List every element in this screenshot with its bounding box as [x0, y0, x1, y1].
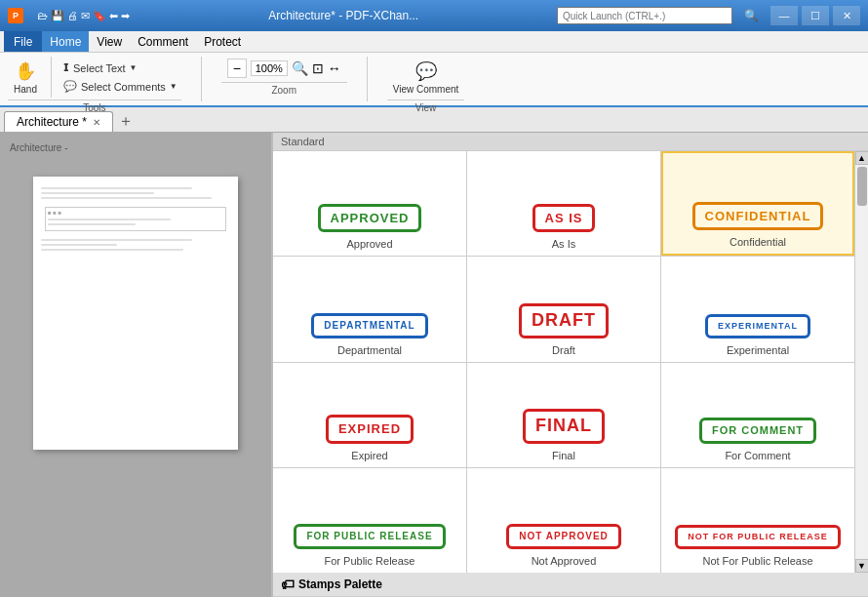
title-bar: P 🗁 💾 🖨 ✉ 🔖 ⬅ ➡ Architecture* - PDF-XCha… — [0, 0, 868, 31]
stamp-expired[interactable]: EXPIRED Expired — [273, 363, 466, 467]
scroll-thumb[interactable] — [857, 167, 867, 206]
menu-home[interactable]: Home — [42, 31, 89, 52]
stamp-for-comment[interactable]: FOR COMMENT For Comment — [661, 363, 854, 467]
ribbon-divider-2 — [201, 57, 202, 101]
minimize-button[interactable]: — — [770, 6, 798, 25]
scroll-up-button[interactable]: ▲ — [855, 151, 869, 165]
stamp-as-is-visual: AS IS — [533, 204, 596, 233]
stamp-approved-visual: APPROVED — [318, 204, 422, 233]
stamp-experimental[interactable]: EXPERIMENTAL Experimental — [661, 257, 854, 361]
ribbon-divider-1 — [51, 57, 52, 98]
text-select-icon: 𝗜 — [63, 61, 69, 74]
select-text-button[interactable]: 𝗜 Select Text ▼ — [59, 60, 181, 76]
stamp-approved-label: Approved — [346, 238, 392, 250]
stamp-draft-visual: DRAFT — [519, 303, 609, 338]
stamp-not-for-public-release-label: Not For Public Release — [702, 555, 812, 567]
ribbon: ✋ Hand 𝗜 Select Text ▼ 💬 Select Comments… — [0, 53, 868, 107]
select-comments-button[interactable]: 💬 Select Comments ▼ — [59, 78, 181, 95]
window-title: Architecture* - PDF-XChan... — [130, 9, 557, 22]
page-area: Hand Architecture - ■ ■ ■ — [0, 133, 271, 597]
stamp-as-is-label: As Is — [552, 238, 575, 250]
view-comment-button[interactable]: 💬 View Comment — [387, 57, 465, 98]
menu-view[interactable]: View — [89, 31, 130, 52]
fit-width-icon[interactable]: ↔ — [328, 60, 341, 76]
menu-file[interactable]: File — [4, 31, 42, 52]
dropdown-arrow-icon2: ▼ — [170, 82, 178, 91]
stamp-draft[interactable]: DRAFT Draft — [467, 257, 660, 361]
stamps-panel: Standard APPROVED Approved AS IS As Is C… — [273, 133, 868, 597]
hand-tool-button[interactable]: ✋ Hand — [8, 57, 43, 98]
ribbon-tools-row: ✋ Hand 𝗜 Select Text ▼ 💬 Select Comments… — [8, 57, 181, 98]
fit-page-icon[interactable]: ⊡ — [312, 60, 324, 76]
breadcrumb: Hand Architecture - — [10, 142, 261, 157]
page-preview: ■ ■ ■ — [33, 177, 238, 450]
zoom-icon-button[interactable]: 🔍 — [292, 60, 308, 76]
zoom-row: − 🔍 ⊡ ↔ — [221, 57, 347, 80]
stamps-grid: APPROVED Approved AS IS As Is CONFIDENTI… — [273, 151, 854, 573]
stamp-departmental[interactable]: DEPARTMENTAL Departmental — [273, 257, 466, 361]
stamp-not-approved-visual: NOT APPROVED — [506, 524, 621, 549]
stamps-palette-header: 🏷 Stamps Palette — [273, 573, 868, 597]
stamps-body: APPROVED Approved AS IS As Is CONFIDENTI… — [273, 151, 868, 573]
stamp-not-approved[interactable]: NOT APPROVED Not Approved — [467, 468, 660, 573]
panel-scrollbar: ▲ ▼ — [854, 151, 868, 573]
menu-bar: File Home View Comment Protect — [0, 31, 868, 53]
title-bar-left: P 🗁 💾 🖨 ✉ 🔖 ⬅ ➡ — [8, 8, 130, 23]
zoom-out-button[interactable]: − — [227, 59, 247, 78]
maximize-button[interactable]: ☐ — [802, 6, 829, 25]
stamp-not-for-public-release-visual: NOT FOR PUBLIC RELEASE — [675, 525, 841, 549]
tab-close-icon[interactable]: ✕ — [93, 117, 100, 128]
stamp-approved[interactable]: APPROVED Approved — [273, 151, 466, 256]
quick-launch-input[interactable] — [557, 7, 732, 24]
stamp-for-public-release[interactable]: FOR PUBLIC RELEASE For Public Release — [273, 468, 466, 573]
view-comment-icon: 💬 — [414, 60, 438, 83]
stamp-expired-visual: EXPIRED — [326, 415, 414, 444]
scroll-down-button[interactable]: ▼ — [855, 559, 869, 573]
stamp-confidential[interactable]: CONFIDENTIAL Confidential — [661, 151, 854, 256]
ribbon-group-tools: ✋ Hand 𝗜 Select Text ▼ 💬 Select Comments… — [8, 57, 181, 101]
stamp-experimental-label: Experimental — [727, 344, 789, 356]
hand-icon: ✋ — [14, 60, 37, 83]
stamp-as-is[interactable]: AS IS As Is — [467, 151, 660, 256]
stamp-for-comment-label: For Comment — [725, 450, 790, 461]
scroll-track — [855, 165, 868, 559]
stamps-palette-title: Stamps Palette — [298, 577, 382, 591]
dropdown-arrow-icon: ▼ — [130, 63, 138, 72]
stamp-experimental-visual: EXPERIMENTAL — [705, 314, 810, 338]
stamp-for-comment-visual: FOR COMMENT — [699, 418, 816, 444]
stamp-confidential-label: Confidential — [730, 236, 786, 248]
stamp-not-approved-label: Not Approved — [532, 555, 597, 567]
stamp-for-public-release-visual: FOR PUBLIC RELEASE — [294, 524, 445, 549]
new-tab-button[interactable]: ＋ — [115, 110, 137, 132]
stamp-final-label: Final — [552, 450, 575, 461]
ribbon-group-view: 💬 View Comment View — [387, 57, 465, 101]
stamp-final-visual: FINAL — [523, 409, 605, 444]
page-mini-content: ■ ■ ■ — [33, 177, 238, 261]
app-icon: P — [8, 8, 23, 23]
page-mini-box: ■ ■ ■ — [45, 207, 226, 231]
stamp-departmental-visual: DEPARTMENTAL — [311, 313, 427, 338]
zoom-input[interactable] — [251, 60, 288, 76]
stamp-draft-label: Draft — [552, 344, 575, 356]
main-area: Hand Architecture - ■ ■ ■ — [0, 133, 868, 597]
stamp-for-public-release-label: For Public Release — [325, 555, 415, 567]
stamps-palette-icon: 🏷 — [281, 577, 295, 592]
stamp-expired-label: Expired — [351, 450, 387, 461]
tab-architecture[interactable]: Architecture * ✕ — [4, 111, 113, 132]
ribbon-divider-3 — [367, 57, 368, 101]
menu-protect[interactable]: Protect — [196, 31, 249, 52]
close-button[interactable]: ✕ — [833, 6, 860, 25]
menu-comment[interactable]: Comment — [130, 31, 196, 52]
ribbon-group-zoom: − 🔍 ⊡ ↔ Zoom — [221, 57, 347, 101]
stamp-final[interactable]: FINAL Final — [467, 363, 660, 467]
zoom-area: − 🔍 ⊡ ↔ — [221, 57, 347, 80]
comments-icon: 💬 — [63, 80, 77, 93]
stamp-departmental-label: Departmental — [337, 344, 402, 356]
stamps-section-label: Standard — [273, 133, 868, 151]
view-row: 💬 View Comment — [387, 57, 465, 98]
stamp-not-for-public-release[interactable]: NOT FOR PUBLIC RELEASE Not For Public Re… — [661, 468, 854, 573]
pdf-preview-panel: Hand Architecture - ■ ■ ■ — [0, 133, 273, 597]
stamp-confidential-visual: CONFIDENTIAL — [692, 202, 824, 231]
view-group-label: View — [387, 100, 465, 113]
zoom-group-label: Zoom — [221, 82, 347, 96]
